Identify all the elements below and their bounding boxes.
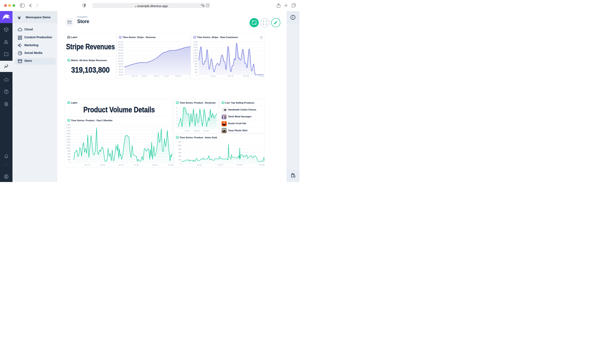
svg-text:16 Feb: 16 Feb (258, 75, 264, 77)
svg-text:135.0K: 135.0K (118, 44, 123, 46)
svg-text:3: 3 (176, 119, 177, 122)
svg-text:1,800: 1,800 (193, 49, 197, 51)
svg-text:15 Dec: 15 Dec (100, 164, 106, 166)
svg-text:15 Dec: 15 Dec (142, 75, 147, 77)
svg-text:5: 5 (176, 113, 177, 115)
svg-text:1,600: 1,600 (193, 52, 197, 54)
svg-text:Feb '22: Feb '22 (228, 75, 234, 77)
svg-text:1,200: 1,200 (177, 141, 181, 143)
svg-text:80.0K: 80.0K (119, 74, 123, 76)
svg-text:0: 0 (196, 74, 197, 76)
svg-text:1,200: 1,200 (193, 57, 197, 60)
svg-text:Feb '22: Feb '22 (152, 164, 158, 166)
svg-text:08 Feb: 08 Feb (243, 75, 249, 77)
svg-text:600: 600 (194, 65, 197, 68)
svg-text:A: A (202, 4, 203, 6)
svg-text:2,400: 2,400 (193, 41, 197, 43)
svg-text:1,000: 1,000 (193, 60, 197, 62)
svg-text:文: 文 (203, 5, 204, 7)
svg-text:Feb '22: Feb '22 (194, 130, 200, 132)
svg-text:600: 600 (178, 151, 181, 153)
svg-text:105.0K: 105.0K (118, 60, 123, 62)
svg-text:5: 5 (176, 110, 177, 112)
svg-text:2,000: 2,000 (193, 46, 197, 48)
svg-text:200: 200 (178, 159, 181, 161)
svg-text:0: 0 (180, 162, 181, 164)
svg-text:Jan '22: Jan '22 (118, 164, 124, 166)
svg-text:600: 600 (68, 153, 70, 155)
svg-text:2,200: 2,200 (193, 44, 197, 46)
svg-text:140.0K: 140.0K (118, 41, 123, 43)
svg-text:16 Feb: 16 Feb (259, 164, 264, 166)
svg-text:1,400: 1,400 (193, 55, 197, 57)
svg-text:24 Jan: 24 Jan (210, 75, 215, 77)
svg-text:24 Jan: 24 Jan (197, 164, 202, 166)
svg-text:Dec '21: Dec '21 (132, 75, 137, 77)
svg-text:800: 800 (194, 63, 197, 65)
svg-text:125.0K: 125.0K (118, 49, 123, 51)
svg-text:100.0K: 100.0K (118, 63, 123, 65)
svg-text:0: 0 (70, 161, 70, 163)
svg-text:6: 6 (176, 107, 177, 109)
svg-text:800: 800 (178, 148, 181, 150)
svg-text:400: 400 (178, 155, 181, 157)
svg-text:2,000: 2,000 (66, 132, 70, 134)
svg-text:90.0K: 90.0K (119, 68, 123, 71)
svg-text:200: 200 (194, 71, 197, 73)
svg-text:95.0K: 95.0K (119, 65, 123, 68)
svg-text:Feb '22: Feb '22 (175, 75, 181, 77)
svg-text:1: 1 (176, 126, 177, 128)
svg-text:85.0K: 85.0K (119, 71, 123, 73)
svg-text:Feb '22: Feb '22 (218, 164, 223, 166)
svg-text:2: 2 (176, 123, 177, 124)
svg-text:1,000: 1,000 (66, 147, 70, 149)
svg-text:400: 400 (68, 156, 70, 158)
svg-text:2,200: 2,200 (66, 129, 70, 132)
svg-text:15 Jan: 15 Jan (164, 75, 169, 77)
svg-text:Jan '22: Jan '22 (154, 75, 159, 77)
svg-text:2,400: 2,400 (66, 127, 70, 129)
svg-text:1,200: 1,200 (66, 144, 70, 146)
svg-text:130.0K: 130.0K (118, 46, 123, 48)
svg-text:1,000: 1,000 (177, 144, 181, 146)
svg-text:08 Feb: 08 Feb (203, 130, 209, 132)
svg-text:1,400: 1,400 (66, 141, 70, 143)
svg-text:15 Jan: 15 Jan (134, 164, 139, 166)
svg-text:120.0K: 120.0K (118, 52, 123, 54)
svg-text:400: 400 (194, 68, 197, 71)
svg-text:Dec '21: Dec '21 (85, 164, 90, 166)
svg-text:2,600: 2,600 (66, 124, 70, 126)
svg-text:4: 4 (176, 116, 177, 118)
svg-text:110.0K: 110.0K (118, 57, 123, 60)
svg-text:800: 800 (68, 150, 70, 152)
svg-text:24 Jan: 24 Jan (184, 130, 189, 132)
svg-text:1,600: 1,600 (66, 138, 70, 140)
svg-text:1,800: 1,800 (66, 135, 70, 137)
svg-text:15 Feb: 15 Feb (168, 164, 173, 166)
svg-text:200: 200 (68, 159, 70, 160)
svg-text:115.0K: 115.0K (118, 55, 123, 57)
svg-text:08 Feb: 08 Feb (237, 164, 243, 166)
